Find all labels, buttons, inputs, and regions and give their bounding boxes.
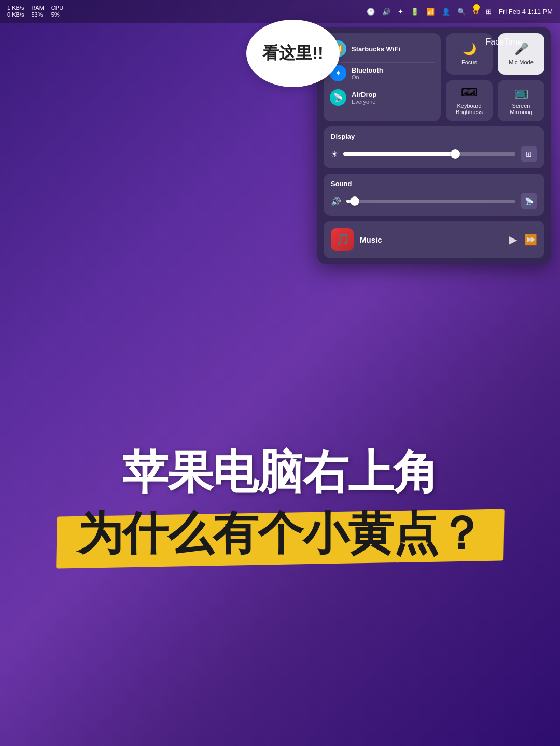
keyboard-brightness-button[interactable]: ⌨ Keyboard Brightness [446, 80, 493, 121]
display-slider-row: ☀ ⊞ [331, 146, 537, 162]
bluetooth-icon[interactable]: ✦ [398, 8, 403, 16]
wifi-icon[interactable]: 📶 [426, 8, 435, 16]
keyboard-brightness-label: Keyboard Brightness [451, 103, 487, 115]
music-section: 🎵 Music ▶ ⏩ [324, 221, 544, 258]
menu-bar: 1 KB/s 0 KB/s RAM 53% CPU 5% 🕐 🔊 ✦ 🔋 📶 👤… [0, 0, 560, 23]
airdrop-item[interactable]: 📡 AirDrop Everyone [330, 87, 435, 108]
ram-value: 53% [31, 11, 44, 18]
highlighted-text-wrap: 为什么有个小黄点？ [67, 503, 494, 565]
network-stat: 1 KB/s 0 KB/s [7, 5, 24, 18]
main-title-line1: 苹果电脑右上角 [102, 447, 459, 498]
brightness-icon: ☀ [331, 149, 338, 159]
volume-icon[interactable]: 🔊 [382, 8, 390, 16]
display-section: Display ☀ ⊞ [324, 126, 544, 168]
music-note-icon: 🎵 [335, 233, 349, 246]
focus-label: Focus [461, 59, 477, 65]
music-label: Music [360, 235, 503, 244]
display-title: Display [331, 133, 537, 140]
airdrop-label: AirDrop [352, 91, 376, 98]
wifi-label: Starbucks WiFi [352, 45, 400, 53]
mic-dot [473, 4, 480, 10]
ram-label: RAM [31, 5, 44, 11]
music-controls: ▶ ⏩ [509, 233, 537, 246]
sound-title: Sound [331, 180, 537, 188]
bluetooth-item[interactable]: ✦ Bluetooth On [330, 62, 435, 83]
user-icon[interactable]: 👤 [442, 8, 450, 16]
wifi-item[interactable]: 📶 Starbucks WiFi [330, 38, 435, 59]
music-app-icon: 🎵 [331, 228, 354, 251]
screen-mirroring-button[interactable]: 📺 Screen Mirroring [498, 80, 544, 121]
control-center-icon[interactable]: ⊞ [486, 8, 492, 16]
cpu-stat: CPU 5% [51, 5, 63, 18]
main-title-line2: 为什么有个小黄点？ [67, 503, 494, 565]
volume-thumb[interactable] [350, 196, 359, 206]
connectivity-panel: 📶 Starbucks WiFi ✦ Bluetooth On 📡 [324, 33, 441, 121]
display-settings-icon: ⊞ [526, 150, 532, 158]
volume-slider-icon: 🔊 [331, 196, 341, 206]
sound-section: Sound 🔊 📡 [324, 174, 544, 216]
keyboard-icon: ⌨ [461, 86, 478, 100]
display-settings-button[interactable]: ⊞ [521, 146, 537, 162]
control-center-panel: FaceTime 📶 Starbucks WiFi ✦ Bluetooth [317, 27, 551, 264]
speech-bubble-text: 看这里!! [262, 42, 323, 65]
bluetooth-label: Bluetooth [352, 66, 383, 74]
menubar-left: 1 KB/s 0 KB/s RAM 53% CPU 5% [7, 5, 63, 18]
cpu-label: CPU [51, 5, 63, 11]
screen-mirror-icon: 📺 [514, 86, 528, 100]
cpu-value: 5% [51, 11, 63, 18]
facetime-label: FaceTime [485, 37, 522, 47]
mic-mode-label: Mic Mode [509, 59, 534, 65]
play-button[interactable]: ▶ [509, 233, 517, 246]
speech-bubble: 看这里!! [246, 20, 340, 87]
airdrop-circle-icon: 📡 [330, 89, 346, 106]
cc-buttons-row-2: ⌨ Keyboard Brightness 📺 Screen Mirroring [446, 80, 544, 121]
focus-icon: 🌙 [463, 43, 477, 56]
volume-fill [346, 200, 355, 203]
datetime: Fri Feb 4 1:11 PM [499, 8, 553, 16]
sound-slider-row: 🔊 📡 [331, 193, 537, 209]
brightness-fill [343, 152, 455, 156]
net-speed-down: 0 KB/s [7, 11, 24, 18]
wifi-text: Starbucks WiFi [352, 45, 400, 53]
brightness-thumb[interactable] [451, 149, 460, 159]
airplay-icon: 📡 [525, 197, 534, 205]
airplay-button[interactable]: 📡 [521, 193, 537, 209]
time-machine-icon[interactable]: 🕐 [367, 8, 375, 16]
menubar-right: 🕐 🔊 ✦ 🔋 📶 👤 🔍 ✿ ⊞ Fri Feb 4 1:11 PM [367, 8, 553, 16]
fast-forward-button[interactable]: ⏩ [524, 233, 537, 246]
airdrop-text: AirDrop Everyone [352, 91, 376, 105]
bottom-text-container: 苹果电脑右上角 为什么有个小黄点？ [0, 447, 560, 565]
airdrop-symbol: 📡 [333, 93, 343, 102]
net-speed-up: 1 KB/s [7, 5, 24, 11]
facetime-text: FaceTime [485, 37, 522, 46]
screen-mirroring-label: Screen Mirroring [503, 103, 539, 115]
battery-icon[interactable]: 🔋 [411, 8, 419, 16]
volume-slider[interactable] [346, 200, 515, 203]
brightness-slider[interactable] [343, 152, 515, 156]
bluetooth-status: On [352, 74, 383, 80]
ram-stat: RAM 53% [31, 5, 44, 18]
bluetooth-text: Bluetooth On [352, 66, 383, 80]
airdrop-status: Everyone [352, 98, 376, 105]
search-icon[interactable]: 🔍 [457, 8, 466, 16]
bluetooth-symbol: ✦ [335, 68, 342, 78]
